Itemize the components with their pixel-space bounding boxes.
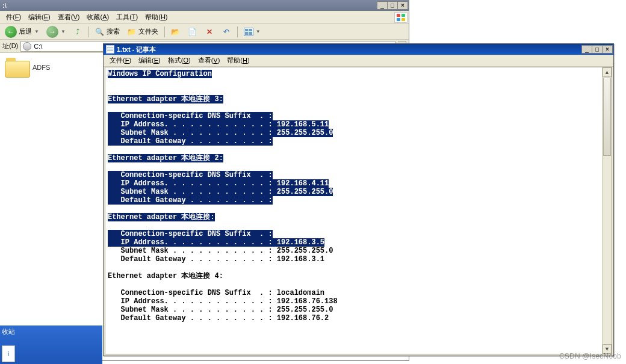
menu-edit[interactable]: 编辑(E): [25, 11, 54, 23]
notepad-title: 1.txt - 记事本: [117, 45, 156, 54]
menu-file[interactable]: 件(F): [2, 11, 25, 23]
sel-line: Connection-specific DNS Suffix . :: [108, 171, 273, 179]
text-line: Subnet Mask . . . . . . . . . . . : 255.…: [108, 247, 333, 255]
sel-line: Default Gateway . . . . . . . . . :: [108, 196, 273, 205]
notepad-window: 1.txt - 记事本 _ □ × 文件(F) 编辑(E) 格式(O) 查看(V…: [103, 43, 614, 356]
scrollbar-vertical[interactable]: ▲ ▼: [602, 67, 612, 354]
explorer-menubar: 件(F) 编辑(E) 查看(V) 收藏(A) 工具(T) 帮助(H): [0, 11, 409, 24]
close-button[interactable]: ×: [602, 45, 613, 54]
sel-line: IP Address. . . . . . . . . . . . : 192.…: [108, 238, 324, 247]
sel-line: Ethernet adapter 本地连接 3:: [108, 95, 223, 103]
address-value: C:\: [34, 43, 42, 50]
windows-logo-icon: [394, 12, 408, 23]
np-menu-edit[interactable]: 编辑(E): [135, 55, 164, 66]
explorer-title: :\: [2, 2, 7, 9]
disk-icon: [23, 42, 31, 51]
menu-favorites[interactable]: 收藏(A): [83, 11, 113, 23]
menu-tools[interactable]: 工具(T): [113, 11, 141, 23]
notepad-body: Windows IP Configuration Ethernet adapte…: [105, 67, 612, 354]
np-menu-file[interactable]: 文件(F): [106, 55, 135, 66]
text-content[interactable]: Windows IP Configuration Ethernet adapte…: [105, 67, 602, 354]
folders-button[interactable]: 📁文件夹: [125, 26, 161, 38]
scroll-up-icon[interactable]: ▲: [603, 67, 612, 77]
minimize-button[interactable]: _: [377, 1, 388, 10]
delete-button[interactable]: ✕: [202, 26, 217, 38]
taskbar-item[interactable]: i: [2, 345, 15, 362]
text-line: Ethernet adapter 本地连接 4:: [108, 272, 223, 280]
maximize-button[interactable]: □: [387, 1, 398, 10]
np-menu-view[interactable]: 查看(V): [194, 55, 224, 66]
explorer-titlebar[interactable]: :\ _ □ ×: [0, 0, 409, 11]
sel-line: Ethernet adapter 本地连接:: [108, 213, 215, 221]
sel-line: IP Address. . . . . . . . . . . . : 192.…: [108, 179, 329, 188]
taskbar-fragment: 收站 i: [0, 325, 102, 364]
folder-item[interactable]: ADFS: [5, 58, 83, 77]
sel-line: Subnet Mask . . . . . . . . . . . : 255.…: [108, 188, 333, 196]
text-line: IP Address. . . . . . . . . . . . : 192.…: [108, 297, 338, 306]
recycle-bin-label: 收站: [2, 327, 15, 336]
notepad-menubar: 文件(F) 编辑(E) 格式(O) 查看(V) 帮助(H): [104, 55, 613, 67]
menu-view[interactable]: 查看(V): [54, 11, 84, 23]
text-line: Default Gateway . . . . . . . . . : 192.…: [108, 255, 324, 264]
forward-button[interactable]: →▼: [44, 25, 68, 39]
explorer-toolbar: ←后退▼ →▼ ⤴ 🔍搜索 📁文件夹 📂 📄 ✕ ↶ ▼: [0, 24, 409, 40]
undo-button[interactable]: ↶: [219, 26, 234, 38]
watermark: CSDN @IsecNoob: [559, 352, 621, 360]
copy-to-button[interactable]: 📄: [185, 26, 200, 38]
text-line: Subnet Mask . . . . . . . . . . . : 255.…: [108, 306, 333, 314]
notepad-titlebar[interactable]: 1.txt - 记事本 _ □ ×: [104, 44, 613, 55]
views-button[interactable]: ▼: [241, 26, 263, 37]
maximize-button[interactable]: □: [592, 45, 603, 54]
folder-label: ADFS: [33, 64, 50, 71]
sel-line: Ethernet adapter 本地连接 2:: [108, 154, 223, 162]
sel-line: Connection-specific DNS Suffix . :: [108, 112, 273, 120]
notepad-icon: [106, 45, 114, 54]
sel-line: Windows IP Configuration: [108, 70, 212, 78]
text-line: Connection-specific DNS Suffix . : local…: [108, 289, 324, 297]
menu-help[interactable]: 帮助(H): [141, 11, 171, 23]
folder-icon: [5, 58, 29, 77]
sel-line: Default Gateway . . . . . . . . . :: [108, 137, 273, 146]
text-line: Default Gateway . . . . . . . . . : 192.…: [108, 314, 329, 322]
up-button[interactable]: ⤴: [70, 26, 85, 38]
np-menu-format[interactable]: 格式(O): [164, 55, 194, 66]
back-button[interactable]: ←后退▼: [2, 25, 42, 39]
minimize-button[interactable]: _: [581, 45, 592, 54]
np-menu-help[interactable]: 帮助(H): [223, 55, 253, 66]
close-button[interactable]: ×: [397, 1, 408, 10]
scroll-thumb[interactable]: [603, 78, 611, 156]
sel-line: IP Address. . . . . . . . . . . . : 192.…: [108, 120, 329, 129]
sel-line: Subnet Mask . . . . . . . . . . . : 255.…: [108, 129, 333, 137]
sel-line: Connection-specific DNS Suffix . :: [108, 230, 273, 238]
search-button[interactable]: 🔍搜索: [93, 26, 122, 38]
move-to-button[interactable]: 📂: [169, 26, 183, 38]
address-label: 址(D): [2, 42, 18, 51]
